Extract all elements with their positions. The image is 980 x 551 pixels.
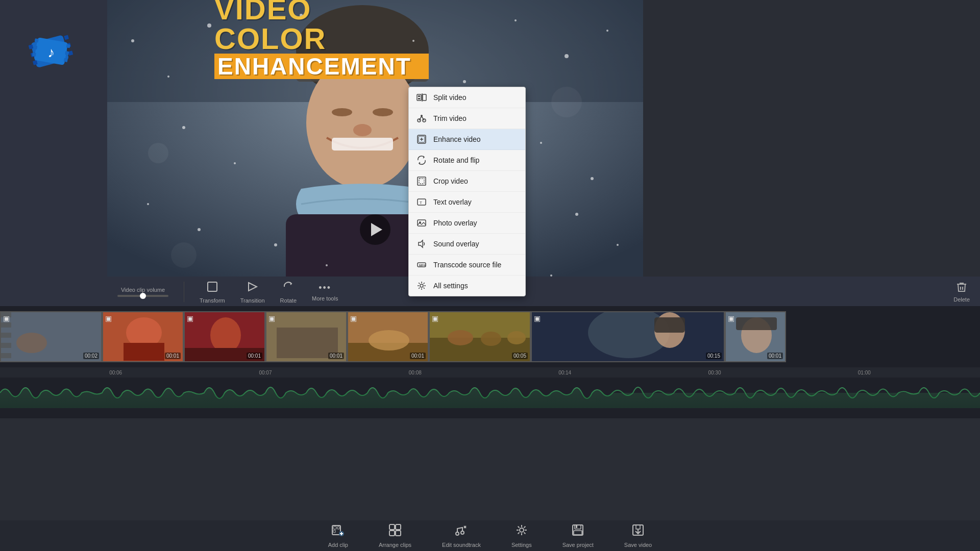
svg-point-36: [234, 162, 236, 164]
svg-rect-85: [1, 333, 11, 338]
save-project-icon: [571, 523, 584, 540]
clip-timestamp: 00:01: [165, 353, 181, 359]
svg-point-123: [456, 532, 459, 535]
svg-marker-79: [249, 283, 257, 291]
more-tools-icon: •••: [318, 283, 331, 293]
menu-item-all-settings[interactable]: All settings: [409, 276, 525, 296]
menu-item-transcode[interactable]: MP4 Transcode source file: [409, 255, 525, 276]
menu-item-sound-overlay[interactable]: Sound overlay: [409, 234, 525, 255]
volume-slider[interactable]: [117, 295, 168, 297]
volume-control[interactable]: [117, 295, 168, 297]
play-button[interactable]: [360, 214, 390, 245]
delete-button[interactable]: Delete: [953, 281, 970, 303]
crop-video-icon: [416, 176, 427, 187]
arrange-clips-icon: [388, 523, 402, 540]
settings-button[interactable]: Settings: [511, 523, 532, 548]
menu-item-trim-video[interactable]: Trim video: [409, 108, 525, 129]
menu-item-split-video[interactable]: Split video: [409, 87, 525, 108]
edit-soundtrack-icon: [455, 523, 468, 540]
save-project-label: Save project: [562, 542, 594, 548]
timeline: ▣ 00:02 ▣ 00:01 ▣ 00:01: [0, 306, 980, 418]
svg-point-52: [551, 87, 582, 117]
save-video-icon: [631, 523, 645, 540]
toolbar-strip: Video clip volume Transform Transition R…: [107, 277, 980, 307]
arrange-clips-button[interactable]: Arrange clips: [379, 523, 411, 548]
clip-icon: ▣: [187, 314, 193, 322]
svg-rect-12: [65, 51, 69, 55]
menu-item-photo-overlay[interactable]: Photo overlay: [409, 213, 525, 234]
delete-label: Delete: [953, 296, 970, 303]
svg-point-63: [421, 115, 423, 117]
svg-point-92: [210, 317, 241, 353]
clip-8[interactable]: ▣ 00:01: [725, 311, 786, 362]
edit-soundtrack-label: Edit soundtrack: [442, 542, 481, 548]
svg-rect-56: [418, 98, 420, 99]
svg-rect-120: [396, 524, 401, 530]
toolbar-rotate[interactable]: Rotate: [280, 281, 297, 304]
svg-rect-128: [573, 525, 583, 535]
clip-timestamp: 00:01: [328, 353, 344, 359]
clip-timestamp: 00:15: [706, 353, 722, 359]
all-settings-icon: [416, 280, 427, 291]
settings-label: Settings: [511, 542, 532, 548]
menu-item-rotate-flip[interactable]: Rotate and flip: [409, 150, 525, 171]
menu-item-crop-video[interactable]: Crop video: [409, 171, 525, 192]
transform-label: Transform: [200, 297, 225, 304]
split-video-label: Split video: [433, 93, 467, 102]
svg-point-45: [274, 243, 277, 246]
svg-rect-10: [32, 53, 36, 57]
video-preview: VIDEO COLOR ENHANCEMENT: [107, 0, 643, 306]
context-menu: Split video Trim video Enhance video Rot…: [408, 87, 526, 296]
svg-point-32: [514, 19, 517, 21]
clip-6[interactable]: ▣ 00:05: [429, 311, 531, 362]
svg-point-39: [591, 177, 594, 180]
svg-rect-78: [208, 282, 217, 291]
svg-rect-72: [418, 220, 426, 226]
ruler-mark: 00:14: [490, 370, 640, 375]
svg-point-102: [481, 332, 501, 346]
rotate-icon: [282, 281, 295, 295]
svg-rect-22: [332, 138, 393, 151]
add-clip-button[interactable]: Add clip: [328, 523, 348, 548]
clip-3[interactable]: ▣ 00:01: [184, 311, 265, 362]
save-project-button[interactable]: Save project: [562, 523, 594, 548]
enhance-video-label: Enhance video: [433, 135, 481, 143]
clip-7[interactable]: ▣ 00:15: [531, 311, 725, 362]
svg-point-23: [353, 124, 372, 136]
svg-rect-108: [654, 317, 685, 333]
svg-text:T: T: [420, 201, 422, 205]
svg-text:♪: ♪: [47, 44, 55, 60]
toolbar-transition[interactable]: Transition: [240, 281, 265, 304]
logo-area: ♪: [10, 10, 92, 92]
clip-2[interactable]: ▣ 00:01: [102, 311, 184, 362]
toolbar-transform[interactable]: Transform: [200, 281, 225, 304]
clip-4[interactable]: ▣ 00:01: [265, 311, 347, 362]
svg-rect-121: [389, 531, 395, 536]
toolbar-volume[interactable]: Video clip volume: [117, 287, 168, 297]
enhance-video-icon: [416, 134, 427, 145]
menu-item-text-overlay[interactable]: T Text overlay: [409, 192, 525, 213]
svg-point-21: [373, 108, 393, 116]
menu-item-enhance-video[interactable]: Enhance video: [409, 129, 525, 150]
svg-rect-9: [33, 45, 37, 49]
save-video-button[interactable]: Save video: [624, 523, 652, 548]
svg-point-34: [606, 30, 608, 32]
svg-point-38: [540, 142, 542, 144]
clip-icon: ▣: [728, 314, 734, 322]
clip-timestamp: 00:01: [247, 353, 262, 359]
svg-point-51: [148, 143, 168, 163]
svg-rect-87: [1, 353, 11, 358]
transcode-label: Transcode source file: [433, 261, 501, 269]
svg-rect-131: [574, 531, 582, 535]
arrange-clips-label: Arrange clips: [379, 542, 411, 548]
clip-5[interactable]: ▣ 00:01: [347, 311, 429, 362]
svg-point-31: [463, 80, 466, 83]
ruler-mark: 01:00: [790, 370, 939, 375]
text-overlay-icon: T: [416, 196, 427, 208]
edit-soundtrack-button[interactable]: Edit soundtrack: [442, 523, 481, 548]
toolbar-more-tools[interactable]: ••• More tools: [312, 283, 338, 302]
clips-row: ▣ 00:02 ▣ 00:01 ▣ 00:01: [0, 311, 980, 367]
clip-1[interactable]: ▣ 00:02: [0, 311, 102, 362]
bottom-toolbar: Add clip Arrange clips Edit soundtrack S…: [0, 520, 980, 551]
volume-thumb[interactable]: [140, 293, 146, 299]
